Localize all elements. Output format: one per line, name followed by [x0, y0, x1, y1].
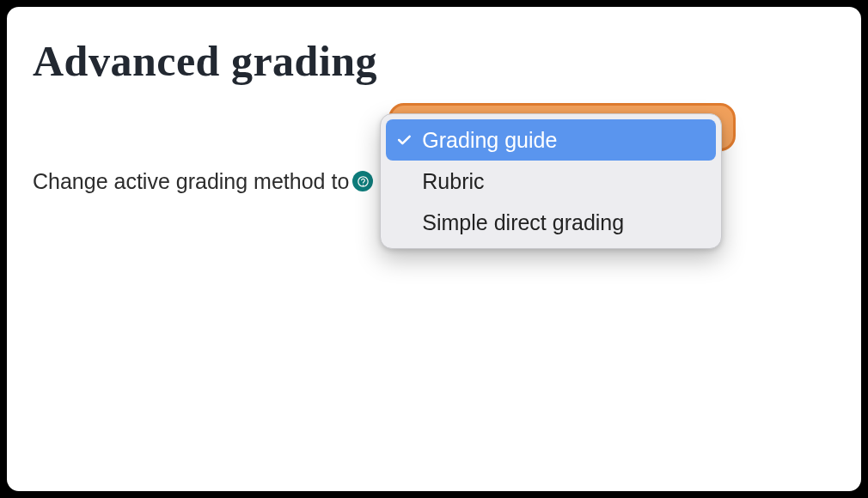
- option-label: Rubric: [422, 169, 484, 194]
- page-title: Advanced grading: [33, 36, 835, 86]
- option-grading-guide[interactable]: Grading guide: [386, 119, 716, 161]
- option-rubric[interactable]: Rubric: [386, 161, 716, 202]
- checkmark-icon: [394, 131, 413, 149]
- grading-method-control: Change active grading method to ? Gradin…: [33, 113, 835, 249]
- grading-method-dropdown[interactable]: Grading guide Rubric Simple direct gradi…: [380, 113, 722, 249]
- option-simple-direct-grading[interactable]: Simple direct grading: [386, 202, 716, 243]
- option-label: Simple direct grading: [422, 210, 624, 235]
- option-label: Grading guide: [422, 128, 557, 153]
- grading-method-select[interactable]: Grading guide Rubric Simple direct gradi…: [380, 113, 722, 249]
- help-icon[interactable]: ?: [352, 171, 373, 191]
- grading-method-label: Change active grading method to: [33, 169, 349, 194]
- content-frame: Advanced grading Change active grading m…: [7, 7, 861, 491]
